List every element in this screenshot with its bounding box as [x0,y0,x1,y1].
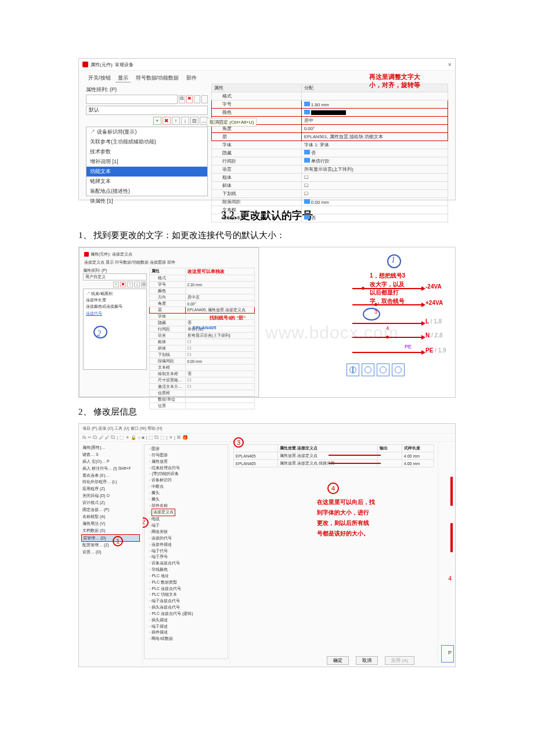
tab-part[interactable]: 部件 [184,74,199,82]
sort-input[interactable] [86,95,178,104]
dropdown-button[interactable]: ⊟ [179,95,185,103]
tree-item[interactable]: 设备连接点代号 [149,560,226,567]
menu-item[interactable]: 名称模型 (A) [81,513,140,520]
table-row[interactable]: 下划线☐ [150,352,255,358]
tree-item[interactable]: 图形 [149,446,226,452]
menu-item[interactable]: 喜欢连表 (E)… [81,472,140,479]
menu-item[interactable]: 配置管理… (Z) [81,542,140,549]
table-row[interactable]: 斜体☐ [150,345,255,352]
misc-button[interactable]: ⊟ [190,117,199,125]
table-row[interactable]: 文本框 [212,206,448,214]
list-item[interactable]: 装配地点(描述性) [86,186,207,196]
remove-button[interactable]: ✖ [120,282,126,287]
property-list[interactable]: ↗ 设备标识符(显示)关联参考(主功能或辅助功能)技术参数增补说明 [1]功能文… [86,127,208,196]
down-button[interactable]: ↓ [134,282,140,287]
table-row[interactable]: 方向居中左 [150,294,255,301]
tab-display[interactable]: 显示 [116,74,131,82]
add-button[interactable]: + [113,282,119,287]
apply-button[interactable]: 应用 (A) [385,656,414,665]
menu-item[interactable]: 文档数据 (S) [81,527,140,534]
cancel-button[interactable]: 取消 [356,656,378,665]
table-row[interactable]: 粗体☐ [150,339,255,345]
table-row[interactable]: 绘制文本框否 [212,214,448,222]
add-button[interactable]: + [153,117,161,125]
tree-item[interactable]: 插头连接点代号 [149,604,226,611]
tab-symbol[interactable]: 符号数据/功能数据 [134,74,182,82]
list-item-selected[interactable]: 连接代号 [86,310,144,316]
extra-button-2[interactable] [201,95,208,103]
table-row[interactable]: 行间距单倍行距 [212,157,448,165]
tree-item[interactable]: PLC 地址 [149,573,226,579]
list-item[interactable]: 增补说明 [1] [86,157,207,167]
table-row[interactable]: 层EPLAN405, 属性放置.连接定义点 [150,307,255,314]
tree-item[interactable]: PLC 连接点代号 [149,586,226,592]
menu-item[interactable]: 属性用法 (V) [81,520,140,527]
table-row[interactable]: 文本框 [150,365,255,371]
table-row[interactable]: EPLAN405属性放置.连接定义点4.00 mm [234,452,434,460]
tree-item[interactable]: 结束处理点符号 [149,465,226,471]
table-row[interactable]: 语言所有显示语言(上下排列) [212,165,448,174]
table-row[interactable]: 字体字体 1: 宋体 [212,141,448,149]
menu-item[interactable]: 固定连接… (P) [81,506,140,513]
tree-panel[interactable]: 图形符号图形属性放置结束处理点符号(带)功能的设备设备标识符中断点瓣头瓣头部件名… [143,442,230,668]
tree-item[interactable]: 端子 [149,523,226,529]
tree-item[interactable]: 中断点 [149,484,226,490]
menu-item[interactable]: 设计模式 (Z) [81,499,140,506]
menu-item[interactable]: 插入 标注符号… (I) Shift+F [81,465,140,472]
table-row[interactable]: 粗体☐ [212,174,448,182]
list-item[interactable]: ↗ 设备标识符(显示) [86,127,207,137]
tree-item[interactable]: 部件名称 [149,503,226,509]
delete-button[interactable]: ✖ [186,95,193,103]
layer-table[interactable]: 属性放置.连接定义点 输出 式样长度 EPLAN405属性放置.连接定义点4.0… [233,444,434,467]
remove-button[interactable]: ✖ [163,117,171,125]
tree-item[interactable]: (带)功能的设备 [149,471,226,477]
list-item[interactable]: 块属性 [1] [86,196,207,206]
tree-item[interactable]: 网络/或数据 [149,636,226,642]
table-row[interactable]: 位置框 [150,390,255,397]
table-row[interactable]: 字号2.20 mm [150,282,255,288]
list-item[interactable]: ↗ 线束/截面积 [86,290,144,297]
list-item[interactable]: 关联参考(主功能或辅助功能) [86,137,207,147]
table-row[interactable]: 段落间距0.00 mm [212,198,448,206]
list-item[interactable]: 技术参数 [86,147,207,157]
table-row[interactable]: 字号1.80 mm [212,100,448,109]
tree-item[interactable]: 插头描述 [149,617,226,624]
menu-list[interactable]: 属性(面性)…键盘… S插入 宏(O)… P插入 标注符号… (I) Shift… [79,442,143,668]
tree-item[interactable]: PLC 功能文本 [149,592,226,598]
extra-button-1[interactable] [194,95,200,103]
tree-item[interactable]: 网络关联 [149,529,226,535]
table-row[interactable]: 激活文本方…☐ [150,384,255,390]
tree-item[interactable]: 端子连接点代号 [149,598,226,604]
tree-item[interactable]: 插件描述 [149,629,226,636]
table-row[interactable]: 斜体☐ [212,182,448,190]
menubar[interactable]: 项目 (P) 选项 (O) 工具 (U) 窗口 (W) 帮助 (H) [79,424,455,434]
menu-item[interactable]: 转化外部程序… (L) [81,478,140,485]
table-row[interactable]: 格式 [212,92,448,100]
menu-item[interactable]: 应用程序 (Z) [81,485,140,492]
table-row[interactable]: 绘制文本框否 [150,371,255,377]
menu-item[interactable]: 插入 宏(O)… P [81,458,140,465]
list-item[interactable]: 连接颜色或连接颜号 [86,303,144,309]
tab-switch[interactable]: 开关/按钮 [86,74,113,82]
table-row[interactable]: 颜色 [212,109,448,117]
tree-item[interactable]: PLC 连接点代号 (逻辑) [149,611,226,617]
close-icon[interactable]: × [448,61,452,68]
table-row[interactable]: 隐藏否 [212,149,448,157]
menu-item[interactable]: 层管理… (D) [81,534,140,542]
up-button[interactable]: ↑ [127,282,133,287]
table-row[interactable]: 下划线☐ [212,190,448,198]
tree-item[interactable]: 连接的代号 [149,535,226,542]
menu-item[interactable]: 设置… (D) [81,549,140,556]
down-button[interactable]: ↓ [181,117,189,125]
menu-item[interactable]: 键盘… S [81,451,140,458]
table-row[interactable]: 层EPLAN501, 属性放置.描绘块.功能文本 [212,133,448,141]
tree-item[interactable]: 端子描述 [149,624,226,630]
tree-item[interactable]: 端子序号 [149,554,226,560]
tree-item[interactable]: 符号图形 [149,452,226,459]
tree-item[interactable]: 连接定义点 [149,509,226,516]
tree-item[interactable]: 瓣头 [149,496,226,503]
tree-item[interactable]: 设备标识符 [149,477,226,484]
tree-item[interactable]: 连接件描述 [149,542,226,548]
list-item[interactable]: 连接件长度 [86,297,144,303]
tree-item[interactable]: 端子代号 [149,548,226,555]
